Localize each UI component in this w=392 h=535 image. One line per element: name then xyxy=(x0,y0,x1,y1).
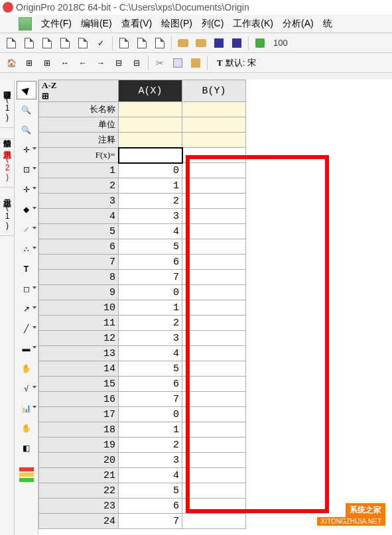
data-cell[interactable]: 1 xyxy=(119,422,182,438)
data-cell[interactable] xyxy=(182,194,246,209)
data-cell[interactable] xyxy=(182,392,246,407)
zoom-out-tool[interactable]: 🔍 xyxy=(17,121,36,139)
text-tool[interactable]: T xyxy=(17,260,36,278)
data-cell[interactable]: 0 xyxy=(119,407,182,422)
row-number[interactable]: 17 xyxy=(39,407,119,422)
data-cell[interactable] xyxy=(182,300,246,316)
row-number[interactable]: 2 xyxy=(39,178,119,194)
new-matrix-button[interactable] xyxy=(74,34,92,52)
new-notes-button[interactable] xyxy=(133,34,151,52)
font-selector[interactable]: T 默认: 宋 xyxy=(214,56,259,70)
data-cell[interactable]: 0 xyxy=(119,285,182,300)
move-left-button[interactable]: ← xyxy=(74,54,92,72)
row-number[interactable]: 20 xyxy=(39,453,119,468)
data-cell[interactable] xyxy=(182,316,246,331)
side-tab-quick-help[interactable]: 快速帮助 xyxy=(0,128,14,139)
data-cell[interactable]: 3 xyxy=(119,331,182,346)
data-cell[interactable] xyxy=(182,270,246,285)
zoom-value[interactable]: 100 xyxy=(273,38,288,48)
3d-tool[interactable]: ◧ xyxy=(17,439,36,457)
side-tab-project-explorer[interactable]: 项目管理器 (1) xyxy=(0,80,14,128)
row-number[interactable]: 3 xyxy=(39,194,119,209)
data-cell[interactable]: 6 xyxy=(119,377,182,392)
side-tab-hint-log[interactable]: 提示日志 (1) xyxy=(0,188,14,236)
row-number[interactable]: 23 xyxy=(39,499,119,514)
meta-cell[interactable] xyxy=(182,133,246,148)
hand-tool[interactable]: ✋ xyxy=(17,359,36,378)
data-cell[interactable] xyxy=(182,468,246,483)
data-cell[interactable] xyxy=(182,422,246,438)
row-number[interactable]: 22 xyxy=(39,483,119,499)
data-cell[interactable] xyxy=(182,361,246,377)
data-cell[interactable]: 7 xyxy=(119,392,182,407)
new-workbook-button[interactable] xyxy=(38,34,56,52)
paste-button[interactable] xyxy=(187,54,204,72)
annotation-tool[interactable]: ◻ xyxy=(17,280,36,298)
open-button[interactable] xyxy=(174,34,192,52)
data-cell[interactable] xyxy=(182,163,246,178)
chart-tool[interactable]: 📊 xyxy=(17,399,36,418)
new-layout-button[interactable] xyxy=(151,34,168,52)
menu-file[interactable]: 文件(F) xyxy=(37,16,76,32)
column-header-b[interactable]: B(Y) xyxy=(182,80,246,102)
row-number[interactable]: 11 xyxy=(39,316,119,331)
new-graph-button[interactable] xyxy=(56,34,74,52)
meta-cell[interactable] xyxy=(119,133,182,148)
import-wizard-button[interactable]: 🏠 xyxy=(3,54,20,72)
row-number[interactable]: 14 xyxy=(39,361,119,377)
data-cell[interactable]: 4 xyxy=(119,224,182,239)
data-cell[interactable]: 5 xyxy=(119,239,182,255)
row-number[interactable]: 6 xyxy=(39,239,119,255)
save-template-button[interactable] xyxy=(228,34,245,52)
row-number[interactable]: 15 xyxy=(39,377,119,392)
meta-cell[interactable] xyxy=(182,117,246,133)
new-excel-button[interactable] xyxy=(115,34,133,52)
open-template-button[interactable] xyxy=(192,34,210,52)
menu-analysis[interactable]: 分析(A) xyxy=(279,16,318,32)
row-number[interactable]: 9 xyxy=(39,285,119,300)
data-cell[interactable]: 5 xyxy=(119,361,182,377)
data-cell[interactable] xyxy=(182,255,246,270)
data-cell[interactable]: 6 xyxy=(119,499,182,514)
menu-column[interactable]: 列(C) xyxy=(198,16,228,32)
row-number[interactable]: 13 xyxy=(39,346,119,361)
rescale-tool[interactable]: ⊡ xyxy=(17,160,36,179)
data-cell[interactable] xyxy=(182,407,246,422)
data-cell[interactable] xyxy=(182,331,246,346)
data-cell[interactable] xyxy=(182,514,246,529)
data-cell[interactable] xyxy=(182,377,246,392)
row-number[interactable]: 4 xyxy=(39,209,119,224)
menu-view[interactable]: 查看(V) xyxy=(117,16,157,32)
data-cell[interactable]: 3 xyxy=(119,453,182,468)
fx-cell[interactable] xyxy=(182,148,246,163)
row-number[interactable]: 12 xyxy=(39,331,119,346)
meta-longname-label[interactable]: 长名称 xyxy=(39,102,119,117)
swap-columns-button[interactable]: ↔ xyxy=(56,54,74,72)
rotate-tool[interactable]: ✋ xyxy=(17,419,36,438)
cut-button[interactable]: ✂ xyxy=(151,54,168,72)
run-button[interactable] xyxy=(251,34,269,52)
region-tool[interactable]: ∴ xyxy=(17,240,36,259)
row-number[interactable]: 18 xyxy=(39,422,119,438)
data-cell[interactable]: 2 xyxy=(119,438,182,453)
mask-tool[interactable]: ⟋ xyxy=(17,220,36,239)
data-cell[interactable]: 4 xyxy=(119,346,182,361)
pointer-tool[interactable] xyxy=(17,81,36,99)
row-number[interactable]: 7 xyxy=(39,255,119,270)
data-cell[interactable]: 0 xyxy=(119,163,182,178)
zoom-in-tool[interactable]: 🔍 xyxy=(17,101,36,119)
side-tab-message-log[interactable]: 消息日志 (2) xyxy=(0,139,14,188)
new-project-button[interactable] xyxy=(3,34,20,52)
data-grid[interactable]: A-Z⊞ A(X) B(Y) 长名称 单位 注释 F(x)= 102132435… xyxy=(38,80,246,529)
append-button[interactable]: ⊟ xyxy=(128,54,145,72)
data-cell[interactable] xyxy=(182,209,246,224)
menu-edit[interactable]: 编辑(E) xyxy=(77,16,116,32)
column-header-a[interactable]: A(X) xyxy=(119,80,182,102)
arrow-tool[interactable]: ↗ xyxy=(17,300,36,318)
data-cell[interactable] xyxy=(182,499,246,514)
data-reader-tool[interactable]: ✛ xyxy=(17,180,36,199)
copy-button[interactable] xyxy=(169,54,186,72)
row-number[interactable]: 21 xyxy=(39,468,119,483)
row-number[interactable]: 24 xyxy=(39,514,119,529)
stack-columns-button[interactable]: ⊞ xyxy=(38,54,56,72)
